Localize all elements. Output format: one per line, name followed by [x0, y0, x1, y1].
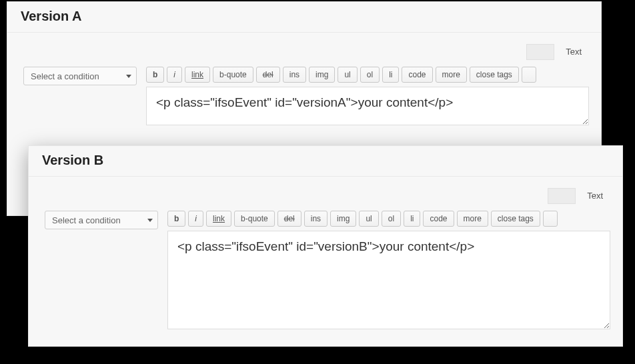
text-tab[interactable]: Text — [580, 187, 610, 204]
qt-ol-button[interactable]: ol — [360, 67, 380, 83]
qt-link-button[interactable]: link — [206, 211, 231, 227]
qt-img-button[interactable]: img — [330, 211, 356, 227]
qt-italic-button[interactable]: i — [167, 67, 182, 83]
editor-tabs: Text — [41, 185, 610, 209]
qt-bquote-button[interactable]: b-quote — [234, 211, 275, 227]
panel-body: Text Select a condition b i link b-quote… — [7, 33, 601, 137]
qt-del-button[interactable]: del — [277, 211, 301, 227]
editor-tabs: Text — [19, 41, 589, 65]
qt-ins-button[interactable]: ins — [304, 211, 328, 227]
qt-bold-button[interactable]: b — [167, 211, 185, 227]
condition-select-wrap: Select a condition — [45, 211, 158, 229]
qt-close-tags-button[interactable]: close tags — [470, 67, 519, 83]
editor-column: b i link b-quote del ins img ul ol li co… — [146, 65, 589, 125]
text-tab[interactable]: Text — [558, 43, 589, 60]
qt-more-button[interactable]: more — [436, 67, 467, 83]
qt-italic-button[interactable]: i — [188, 211, 203, 227]
qt-ins-button[interactable]: ins — [283, 67, 306, 83]
panel-header: Version A — [7, 2, 601, 33]
panel-title: Version B — [42, 153, 609, 168]
qt-bold-button[interactable]: b — [146, 67, 164, 83]
editor-column: b i link b-quote del ins img ul ol li co… — [167, 209, 610, 329]
quicktags-toolbar: b i link b-quote del ins img ul ol li co… — [167, 209, 610, 231]
condition-select-wrap: Select a condition — [23, 67, 137, 85]
qt-ul-button[interactable]: ul — [338, 67, 357, 83]
panel-title: Version A — [21, 9, 588, 24]
qt-ol-button[interactable]: ol — [382, 211, 401, 227]
qt-img-button[interactable]: img — [309, 67, 335, 83]
quicktags-toolbar: b i link b-quote del ins img ul ol li co… — [146, 65, 589, 87]
qt-li-button[interactable]: li — [382, 67, 399, 83]
qt-extra-button[interactable] — [522, 67, 536, 83]
panel-body: Text Select a condition b i link b-quote… — [29, 177, 622, 341]
qt-link-button[interactable]: link — [185, 67, 210, 83]
qt-code-button[interactable]: code — [402, 67, 432, 83]
qt-li-button[interactable]: li — [404, 211, 420, 227]
condition-select[interactable]: Select a condition — [23, 67, 137, 85]
content-editor[interactable] — [167, 231, 610, 329]
qt-bquote-button[interactable]: b-quote — [213, 67, 253, 83]
visual-tab[interactable] — [526, 44, 554, 60]
version-b-panel: Version B Text Select a condition b i li… — [28, 145, 623, 347]
panel-header: Version B — [29, 146, 622, 177]
qt-del-button[interactable]: del — [256, 67, 280, 83]
visual-tab[interactable] — [548, 188, 576, 204]
qt-more-button[interactable]: more — [457, 211, 488, 227]
qt-ul-button[interactable]: ul — [359, 211, 378, 227]
qt-extra-button[interactable] — [543, 211, 558, 227]
condition-select[interactable]: Select a condition — [45, 211, 158, 229]
qt-code-button[interactable]: code — [423, 211, 454, 227]
qt-close-tags-button[interactable]: close tags — [491, 211, 540, 227]
content-editor[interactable] — [146, 87, 589, 125]
